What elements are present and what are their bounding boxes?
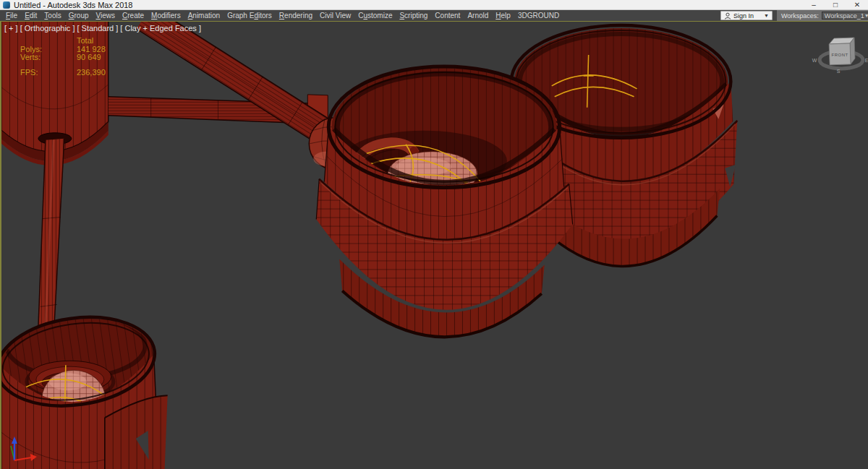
viewport-label-segment-3[interactable]: [ Clay + Edged Faces ] bbox=[120, 24, 201, 33]
sign-in-button[interactable]: Sign In ▼ bbox=[720, 11, 773, 20]
stats-spacer bbox=[20, 37, 77, 46]
menu-item-3dground[interactable]: 3DGROUND bbox=[514, 10, 563, 21]
menu-item-group[interactable]: Group bbox=[65, 10, 93, 21]
window-controls: – □ ✕ bbox=[803, 0, 868, 10]
pipe-vertical[interactable] bbox=[38, 139, 64, 327]
menu-item-customize[interactable]: Customize bbox=[354, 10, 396, 21]
viewcube-west[interactable]: W bbox=[812, 58, 817, 63]
menu-item-file[interactable]: File bbox=[2, 10, 21, 21]
menu-item-modifiers[interactable]: Modifiers bbox=[148, 10, 184, 21]
minimize-button[interactable]: – bbox=[803, 0, 825, 10]
workspace-select[interactable]: Workspace_1 ▼ bbox=[822, 12, 868, 20]
window-title: Untitled - Autodesk 3ds Max 2018 bbox=[14, 0, 132, 10]
menu-item-tools[interactable]: Tools bbox=[41, 10, 64, 21]
menu-item-views[interactable]: Views bbox=[93, 10, 119, 21]
viewcube-front-face[interactable]: FRONT bbox=[832, 53, 848, 57]
viewcube-east[interactable]: E bbox=[865, 58, 868, 63]
stats-total-header: Total bbox=[77, 37, 106, 46]
barrel-central[interactable] bbox=[316, 66, 572, 337]
maximize-button[interactable]: □ bbox=[825, 0, 846, 10]
menu-item-graph-editors[interactable]: Graph Editors bbox=[224, 10, 276, 21]
workspace-caret-icon: ▼ bbox=[864, 13, 868, 18]
viewport-label-segment-1[interactable]: [ Orthographic ] bbox=[20, 24, 75, 33]
menu-item-rendering[interactable]: Rendering bbox=[276, 10, 316, 21]
menu-item-edit[interactable]: Edit bbox=[21, 10, 41, 21]
menu-item-animation[interactable]: Animation bbox=[184, 10, 224, 21]
stats-fps-value: 236,390 bbox=[77, 69, 106, 77]
workspace-value: Workspace_1 bbox=[825, 12, 864, 20]
title-bar: Untitled - Autodesk 3ds Max 2018 – □ ✕ bbox=[0, 0, 868, 10]
workspaces-panel: Workspaces: Workspace_1 ▼ bbox=[777, 10, 868, 21]
viewcube[interactable]: W S E FRONT bbox=[812, 38, 868, 74]
app-icon bbox=[3, 1, 10, 9]
pipe-diagonal[interactable] bbox=[137, 22, 338, 147]
sign-in-label: Sign In bbox=[733, 12, 754, 20]
menu-item-arnold[interactable]: Arnold bbox=[464, 10, 492, 21]
menu-item-help[interactable]: Help bbox=[492, 10, 514, 21]
barrel-bottom-left[interactable] bbox=[1, 308, 168, 469]
scene-canvas: W S E FRONT bbox=[1, 22, 868, 469]
stats-fps-label: FPS: bbox=[20, 69, 77, 77]
menu-item-create[interactable]: Create bbox=[119, 10, 148, 21]
viewport-label[interactable]: [ + ][ Orthographic ][ Standard ][ Clay … bbox=[4, 24, 203, 33]
stats-verts-label: Verts: bbox=[20, 53, 77, 62]
viewcube-south[interactable]: S bbox=[837, 69, 841, 74]
sign-in-caret-icon: ▼ bbox=[764, 13, 769, 18]
menu-bar: FileEditToolsGroupViewsCreateModifiersAn… bbox=[0, 10, 868, 21]
menu-list: FileEditToolsGroupViewsCreateModifiersAn… bbox=[0, 10, 563, 21]
stats-verts-value: 90 649 bbox=[77, 53, 106, 62]
menu-item-content[interactable]: Content bbox=[431, 10, 464, 21]
menu-item-civil-view[interactable]: Civil View bbox=[316, 10, 354, 21]
close-button[interactable]: ✕ bbox=[846, 0, 868, 10]
viewport-label-segment-0[interactable]: [ + ] bbox=[4, 24, 18, 33]
viewport-label-segment-2[interactable]: [ Standard ] bbox=[77, 24, 118, 33]
menu-item-scripting[interactable]: Scripting bbox=[396, 10, 431, 21]
viewport-orthographic[interactable]: W S E FRONT [ + ][ Orthographic ][ Stand… bbox=[0, 21, 868, 469]
workspaces-label: Workspaces: bbox=[781, 12, 819, 20]
menubar-right: Sign In ▼ Workspaces: Workspace_1 ▼ bbox=[720, 10, 868, 21]
statistics-overlay: Total Polys: 141 928 Verts: 90 649 FPS: … bbox=[20, 37, 106, 77]
user-icon bbox=[724, 12, 731, 20]
